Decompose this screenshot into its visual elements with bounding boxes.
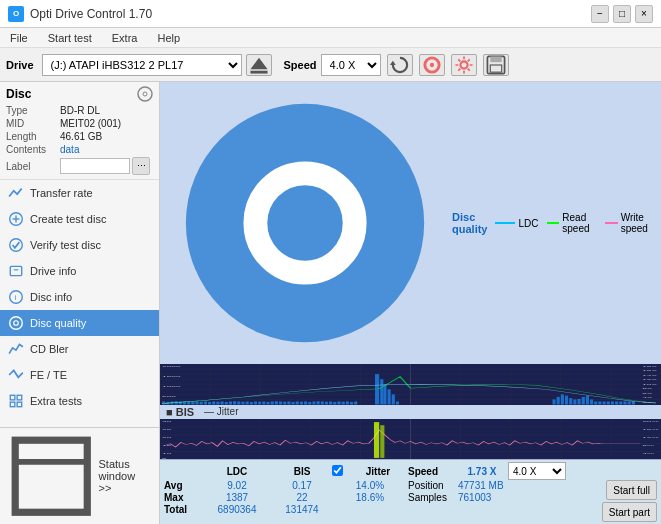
sidebar-item-cd-bler[interactable]: CD Bler	[0, 336, 159, 362]
disc-mid-value: MEIT02 (001)	[60, 118, 121, 129]
sidebar-item-extra-tests-label: Extra tests	[30, 395, 82, 407]
stats-area: LDC BIS Jitter Speed 1.73 X 4.0 X	[160, 459, 661, 524]
svg-rect-118	[623, 401, 626, 404]
stats-ldc-header: LDC	[202, 466, 272, 477]
start-full-button[interactable]: Start full	[606, 480, 657, 500]
sidebar-item-fe-te-label: FE / TE	[30, 369, 67, 381]
sidebar-item-transfer-rate[interactable]: Transfer rate	[0, 180, 159, 206]
menu-start-test[interactable]: Start test	[42, 30, 98, 46]
eject-button[interactable]	[246, 54, 272, 76]
legend-ldc-color	[495, 222, 515, 224]
disc-type-label: Type	[6, 105, 60, 116]
svg-rect-23	[10, 402, 15, 407]
svg-rect-71	[258, 402, 261, 405]
svg-rect-1	[250, 70, 267, 73]
svg-text:30: 30	[162, 419, 172, 422]
stats-speed-select-container: 4.0 X	[508, 462, 657, 480]
svg-rect-59	[208, 402, 211, 405]
save-button[interactable]	[483, 54, 509, 76]
sidebar-item-drive-info[interactable]: Drive info	[0, 258, 159, 284]
svg-rect-90	[337, 401, 340, 404]
svg-rect-91	[342, 402, 345, 405]
jitter-label: — Jitter	[204, 406, 238, 417]
svg-rect-111	[594, 401, 597, 404]
stats-right-buttons: Start full Start part	[602, 480, 657, 522]
disc-button[interactable]	[419, 54, 445, 76]
create-test-disc-icon	[8, 211, 24, 227]
sidebar-item-disc-info[interactable]: i Disc info	[0, 284, 159, 310]
sidebar-item-verify-test-disc[interactable]: Verify test disc	[0, 232, 159, 258]
svg-text:6X: 6X	[642, 392, 652, 394]
sidebar-item-fe-te[interactable]: FE / TE	[0, 362, 159, 388]
menu-extra[interactable]: Extra	[106, 30, 144, 46]
svg-point-5	[460, 61, 467, 68]
svg-text:2X: 2X	[642, 401, 652, 403]
svg-text:1500: 1500	[162, 375, 181, 377]
menu-file[interactable]: File	[4, 30, 34, 46]
stats-position-value: 47731 MB	[458, 480, 528, 491]
svg-rect-85	[317, 401, 320, 404]
sidebar-nav: Transfer rate Create test disc Verify te…	[0, 180, 159, 427]
svg-rect-161	[380, 425, 384, 458]
disc-label-input[interactable]	[60, 158, 130, 174]
sidebar-item-disc-quality[interactable]: Disc quality	[0, 310, 159, 336]
verify-test-disc-icon	[8, 237, 24, 253]
stats-avg-jitter: 14.0%	[332, 480, 408, 491]
drive-select[interactable]: (J:) ATAPI iHBS312 2 PL17	[42, 54, 242, 76]
menu-help[interactable]: Help	[151, 30, 186, 46]
sidebar-item-extra-tests[interactable]: Extra tests	[0, 388, 159, 414]
stats-max-jitter: 18.6%	[332, 492, 408, 503]
svg-text:2000: 2000	[162, 365, 181, 367]
disc-quality-icon	[8, 315, 24, 331]
svg-rect-65	[233, 401, 236, 404]
svg-rect-105	[569, 398, 572, 404]
svg-rect-7	[490, 56, 501, 62]
stats-total-label: Total	[164, 504, 202, 515]
legend-write-speed-label: Write speed	[621, 212, 655, 234]
disc-type-value: BD-R DL	[60, 105, 100, 116]
svg-text:15: 15	[162, 443, 172, 446]
stats-header-row: LDC BIS Jitter Speed 1.73 X 4.0 X	[164, 462, 657, 480]
stats-speed-value: 1.73 X	[456, 466, 508, 477]
svg-marker-2	[390, 60, 396, 64]
svg-rect-67	[241, 402, 244, 405]
svg-rect-99	[392, 394, 395, 404]
svg-rect-98	[388, 389, 391, 404]
close-button[interactable]: ×	[635, 5, 653, 23]
settings-button[interactable]	[451, 54, 477, 76]
svg-rect-64	[229, 401, 232, 404]
svg-text:20%: 20%	[642, 419, 659, 422]
speed-select[interactable]: 4.0 X	[321, 54, 381, 76]
chart-title: Disc quality	[452, 211, 487, 235]
svg-text:14X: 14X	[642, 374, 657, 376]
svg-text:8%: 8%	[642, 443, 655, 446]
stats-speed-select[interactable]: 4.0 X	[508, 462, 566, 480]
disc-info-icon: i	[8, 289, 24, 305]
svg-rect-95	[375, 374, 379, 404]
svg-rect-86	[321, 401, 324, 404]
svg-rect-160	[374, 422, 379, 458]
stats-total-bis: 131474	[272, 504, 332, 515]
app-title: Opti Drive Control 1.70	[30, 7, 152, 21]
svg-rect-96	[380, 379, 383, 404]
jitter-check-input[interactable]	[332, 465, 343, 476]
minimize-button[interactable]: −	[591, 5, 609, 23]
stats-data-area: Avg 9.02 0.17 14.0% Position 47731 MB Ma…	[164, 480, 657, 522]
maximize-button[interactable]: □	[613, 5, 631, 23]
sidebar-item-create-test-disc[interactable]: Create test disc	[0, 206, 159, 232]
sidebar-item-create-test-disc-label: Create test disc	[30, 213, 106, 225]
stats-position-label: Position	[408, 480, 458, 491]
disc-label-browse-button[interactable]: ⋯	[132, 157, 150, 175]
svg-text:20: 20	[162, 435, 172, 438]
refresh-button[interactable]	[387, 54, 413, 76]
svg-rect-115	[611, 401, 614, 404]
sidebar-item-disc-quality-label: Disc quality	[30, 317, 86, 329]
status-window-button[interactable]: Status window >>	[0, 427, 159, 524]
jitter-checkbox[interactable]	[332, 465, 348, 478]
disc-label-key: Label	[6, 161, 60, 172]
start-part-button[interactable]: Start part	[602, 502, 657, 522]
disc-length-row: Length 46.61 GB	[6, 131, 153, 142]
svg-rect-76	[279, 401, 282, 404]
legend-read-speed: Read speed	[547, 212, 597, 234]
sidebar-item-cd-bler-label: CD Bler	[30, 343, 69, 355]
